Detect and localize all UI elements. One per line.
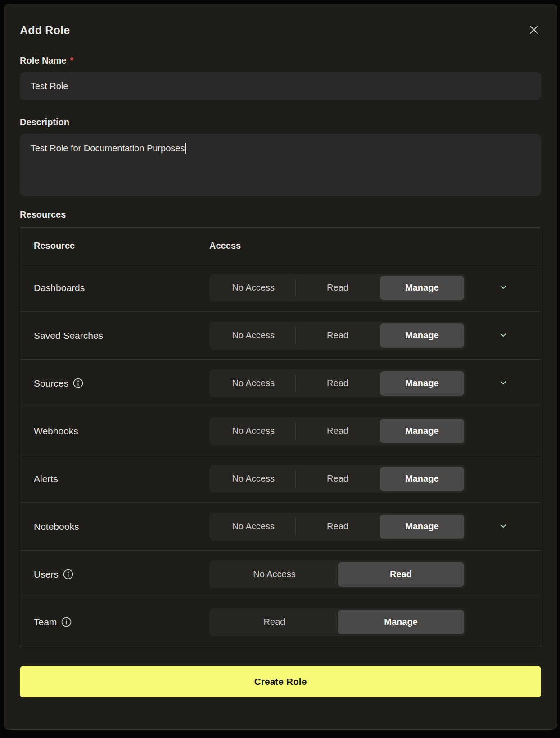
resource-name: Notebooks	[20, 521, 209, 532]
table-row: TeamReadManage	[20, 598, 541, 646]
table-row: AlertsNo AccessReadManage	[20, 455, 541, 502]
resource-name: Webhooks	[20, 426, 209, 437]
resource-name: Users	[20, 569, 209, 580]
description-value: Test Role for Documentation Purposes	[31, 143, 185, 153]
text-cursor	[185, 143, 186, 154]
access-option-no-access[interactable]: No Access	[211, 371, 295, 396]
expand-row-button[interactable]	[496, 327, 511, 344]
resource-column-header: Resource	[20, 241, 209, 251]
expand-row-button[interactable]	[496, 279, 511, 296]
access-option-read[interactable]: Read	[338, 562, 464, 587]
access-option-manage[interactable]: Manage	[380, 323, 464, 348]
role-name-label: Role Name *	[20, 55, 541, 66]
access-segmented-control: ReadManage	[209, 608, 466, 636]
expand-row-button[interactable]	[496, 375, 511, 392]
access-segmented-control: No AccessReadManage	[209, 274, 466, 302]
access-segmented-control: No AccessReadManage	[209, 322, 466, 350]
add-role-modal: Add Role Role Name * Description Test Ro…	[4, 4, 557, 730]
resource-name-text: Sources	[34, 378, 68, 389]
table-row: Saved SearchesNo AccessReadManage	[20, 311, 541, 359]
access-option-read[interactable]: Read	[295, 467, 379, 491]
resource-name: Dashboards	[20, 282, 209, 293]
access-option-no-access[interactable]: No Access	[211, 562, 338, 587]
access-option-read[interactable]: Read	[295, 276, 379, 300]
modal-header: Add Role	[20, 22, 541, 38]
access-option-no-access[interactable]: No Access	[211, 467, 295, 491]
table-row: SourcesNo AccessReadManage	[20, 359, 541, 407]
description-label-text: Description	[20, 117, 69, 128]
resource-name-text: Dashboards	[34, 282, 85, 293]
modal-title: Add Role	[20, 24, 70, 37]
table-row: NotebooksNo AccessReadManage	[20, 502, 541, 550]
role-name-input[interactable]	[20, 72, 541, 100]
description-input[interactable]: Test Role for Documentation Purposes	[20, 134, 541, 196]
resource-name: Alerts	[20, 474, 209, 484]
close-button[interactable]	[527, 23, 541, 37]
description-label: Description	[20, 117, 541, 128]
table-row: DashboardsNo AccessReadManage	[20, 264, 541, 311]
access-option-manage[interactable]: Manage	[380, 515, 464, 539]
close-icon	[528, 23, 540, 37]
role-name-label-text: Role Name	[20, 55, 66, 66]
access-option-read[interactable]: Read	[295, 419, 379, 443]
access-option-read[interactable]: Read	[295, 515, 379, 539]
access-option-no-access[interactable]: No Access	[211, 419, 295, 443]
resource-name: Sources	[20, 378, 209, 389]
table-rows-container: DashboardsNo AccessReadManageSaved Searc…	[20, 264, 541, 646]
access-column-header: Access	[209, 241, 466, 251]
access-option-no-access[interactable]: No Access	[211, 276, 295, 300]
table-row: WebhooksNo AccessReadManage	[20, 407, 541, 455]
info-icon[interactable]	[73, 378, 83, 388]
access-segmented-control: No AccessReadManage	[209, 369, 466, 397]
resource-name-text: Webhooks	[34, 426, 78, 437]
access-segmented-control: No AccessReadManage	[209, 417, 466, 445]
resources-section-label: Resources	[20, 210, 541, 220]
table-header-row: Resource Access	[20, 228, 541, 264]
table-row: UsersNo AccessRead	[20, 550, 541, 598]
access-option-read[interactable]: Read	[295, 371, 379, 396]
resource-name-text: Alerts	[34, 474, 58, 484]
access-option-manage[interactable]: Manage	[380, 276, 464, 300]
access-segmented-control: No AccessReadManage	[209, 465, 466, 493]
info-icon[interactable]	[63, 569, 73, 579]
expand-row-button[interactable]	[496, 518, 511, 535]
access-option-manage[interactable]: Manage	[380, 371, 464, 396]
required-asterisk: *	[70, 55, 73, 66]
access-option-read[interactable]: Read	[211, 610, 338, 634]
access-option-read[interactable]: Read	[295, 323, 379, 348]
access-option-no-access[interactable]: No Access	[211, 515, 295, 539]
chevron-down-icon	[498, 378, 508, 389]
chevron-down-icon	[498, 521, 508, 532]
resource-name-text: Team	[34, 617, 57, 628]
resources-table: Resource Access DashboardsNo AccessReadM…	[20, 227, 541, 646]
access-option-manage[interactable]: Manage	[380, 467, 464, 491]
chevron-down-icon	[498, 282, 508, 293]
resource-name-text: Users	[34, 569, 59, 580]
access-option-manage[interactable]: Manage	[338, 610, 464, 634]
access-segmented-control: No AccessRead	[209, 560, 466, 588]
resource-name-text: Notebooks	[34, 521, 79, 532]
chevron-down-icon	[498, 330, 508, 341]
create-role-button[interactable]: Create Role	[20, 666, 541, 697]
resource-name: Saved Searches	[20, 330, 209, 341]
access-option-manage[interactable]: Manage	[380, 419, 464, 443]
info-icon[interactable]	[61, 617, 72, 627]
resource-name-text: Saved Searches	[34, 330, 103, 341]
access-segmented-control: No AccessReadManage	[209, 513, 466, 541]
resource-name: Team	[20, 617, 209, 628]
access-option-no-access[interactable]: No Access	[211, 323, 295, 348]
